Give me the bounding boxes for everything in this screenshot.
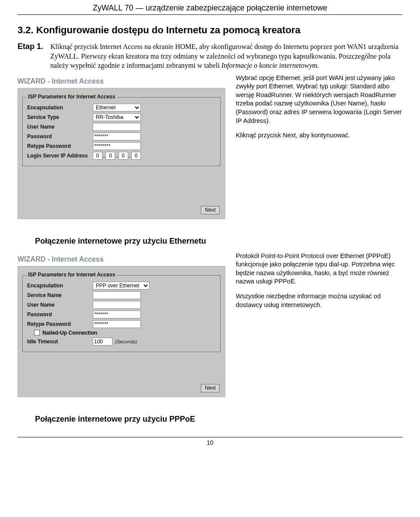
desc-paragraph-1: Wybrać opcję Ethernet, jeśli port WAN je… [236, 74, 402, 125]
retype-password-input[interactable] [93, 142, 141, 150]
label-user-name: User Name [27, 302, 93, 308]
label-nailed-up: Nailed-Up Connection [42, 330, 97, 336]
password-input[interactable] [93, 133, 141, 140]
ip-seg-4[interactable] [131, 152, 141, 160]
intro-text: Kliknąć przycisk Internet Access na ekra… [50, 42, 402, 70]
label-service-type: Service Type [27, 114, 93, 120]
fieldset-legend: ISP Parameters for Internet Access [26, 272, 117, 278]
intro-text-italic: Informacje o koncie internetowym. [221, 62, 319, 69]
nailed-up-checkbox[interactable] [34, 330, 40, 335]
label-encapsulation: Encapsulation [27, 105, 93, 111]
wizard-title: WIZARD - Internet Access [18, 77, 225, 85]
label-user-name: User Name [27, 124, 93, 130]
wizard-panel-ethernet: WIZARD - Internet Access ISP Parameters … [18, 74, 225, 219]
label-encapsulation: Encapsulation [27, 283, 93, 289]
user-name-input[interactable] [93, 123, 141, 131]
header-rule [18, 14, 402, 15]
desc-paragraph-2: Wszystkie niezbędne informacje można uzy… [236, 292, 402, 309]
label-password: Password [27, 133, 93, 140]
service-type-select[interactable]: RR-Toshiba [93, 113, 141, 121]
step-label: Etap 1. [18, 42, 43, 70]
page-number: 10 [18, 439, 402, 446]
label-password: Password [27, 311, 93, 318]
idle-timeout-input[interactable] [93, 338, 112, 346]
label-idle-timeout: Idle Timeout [27, 339, 93, 345]
page-header-title: ZyWALL 70 — urządzenie zabezpieczające p… [18, 0, 402, 14]
ip-dot: . [103, 153, 105, 159]
desc-paragraph-1: Protokół Point-to-Point Protocol over Et… [236, 252, 402, 286]
label-retype-password: Retype Password [27, 321, 93, 327]
service-name-input[interactable] [93, 291, 141, 299]
footer-rule [18, 437, 402, 437]
wizard-title: WIZARD - Internet Access [18, 255, 225, 263]
sub-heading-ethernet: Połączenie internetowe przy użyciu Ether… [35, 237, 402, 246]
label-retype-password: Retype Password [27, 143, 93, 149]
user-name-input[interactable] [93, 301, 141, 309]
fieldset-legend: ISP Parameters for Internet Access [26, 94, 117, 100]
ip-dot: . [116, 153, 117, 159]
ip-seg-2[interactable] [105, 152, 115, 160]
sub-heading-pppoe: Połączenie internetowe przy użyciu PPPoE [35, 415, 402, 424]
next-button[interactable]: Next [201, 384, 220, 392]
ip-seg-1[interactable] [93, 152, 102, 160]
desc-paragraph-2: Kliknąć przycisk Next, aby kontynuować. [236, 131, 402, 140]
section-heading: 3.2. Konfigurowanie dostępu do Internetu… [18, 24, 402, 36]
login-ip-group: . . . [93, 152, 141, 160]
retype-password-input[interactable] [93, 320, 141, 328]
encapsulation-select[interactable]: PPP over Ethernet [93, 282, 150, 290]
intro-block: Etap 1. Kliknąć przycisk Internet Access… [18, 42, 402, 70]
idle-unit: (Seconds) [115, 339, 137, 344]
wizard-panel-pppoe: WIZARD - Internet Access ISP Parameters … [18, 252, 225, 397]
next-button[interactable]: Next [201, 206, 220, 214]
description-ethernet: Wybrać opcję Ethernet, jeśli port WAN je… [236, 74, 402, 219]
label-service-name: Service Name [27, 292, 93, 298]
encapsulation-select[interactable]: Ethernet [93, 104, 141, 112]
ip-dot: . [129, 153, 130, 159]
ip-seg-3[interactable] [119, 152, 128, 160]
description-pppoe: Protokół Point-to-Point Protocol over Et… [236, 252, 402, 397]
password-input[interactable] [93, 311, 141, 318]
label-login-ip: Login Server IP Address [27, 153, 93, 159]
